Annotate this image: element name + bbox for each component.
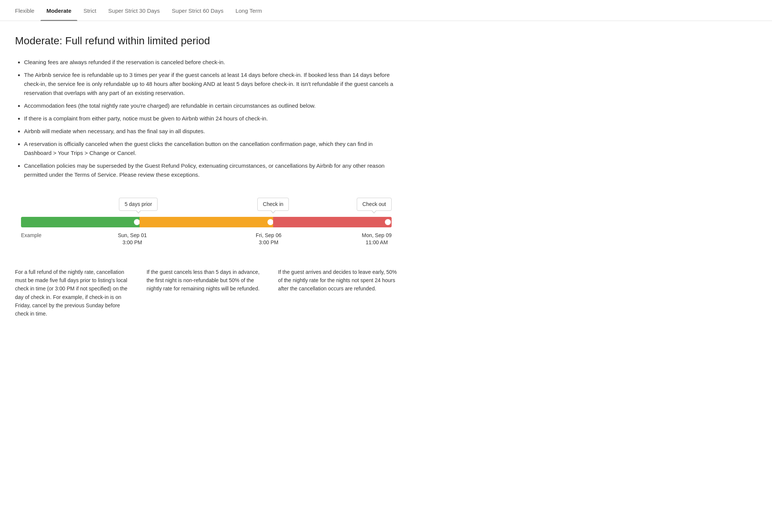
page-title: Moderate: Full refund within limited per… — [15, 33, 398, 49]
tab-long-term[interactable]: Long Term — [230, 0, 268, 21]
list-item: If there is a complaint from either part… — [24, 114, 398, 123]
dot-checkin — [267, 219, 273, 225]
main-content: Moderate: Full refund within limited per… — [0, 21, 413, 336]
list-item: Cleaning fees are always refunded if the… — [24, 58, 398, 67]
list-item: Accommodation fees (the total nightly ra… — [24, 101, 398, 110]
timeline-bar — [21, 217, 392, 227]
desc-col-1: For a full refund of the nightly rate, c… — [15, 268, 135, 318]
list-item: Cancellation policies may be superseded … — [24, 161, 398, 179]
bar-green — [21, 217, 140, 227]
desc-col-2: If the guest cancels less than 5 days in… — [147, 268, 266, 318]
list-item: Airbnb will mediate when necessary, and … — [24, 127, 398, 136]
dot-checkout — [385, 219, 391, 225]
date-checkout: Mon, Sep 09 11:00 AM — [362, 232, 392, 246]
list-item: The Airbnb service fee is refundable up … — [24, 71, 398, 98]
dot-5days — [134, 219, 140, 225]
bullet-list: Cleaning fees are always refunded if the… — [15, 58, 398, 179]
tab-flexible[interactable]: Flexible — [9, 0, 41, 21]
list-item: A reservation is officially canceled whe… — [24, 140, 398, 158]
timeline-labels: 5 days prior Check in Check out — [21, 191, 392, 214]
label-checkin: Check in — [257, 198, 289, 211]
tab-super-strict-60[interactable]: Super Strict 60 Days — [166, 0, 230, 21]
descriptions: For a full refund of the nightly rate, c… — [15, 268, 398, 318]
bar-yellow — [140, 217, 273, 227]
tab-moderate[interactable]: Moderate — [41, 0, 78, 21]
example-label: Example — [21, 232, 41, 239]
label-checkout: Check out — [357, 198, 392, 211]
date-5days: Sun, Sep 01 3:00 PM — [118, 232, 147, 246]
label-5days: 5 days prior — [119, 198, 158, 211]
tab-strict[interactable]: Strict — [77, 0, 102, 21]
bar-red — [273, 217, 392, 227]
desc-col-3: If the guest arrives and decides to leav… — [278, 268, 398, 318]
timeline-dates: Example Sun, Sep 01 3:00 PM Fri, Sep 06 … — [21, 232, 392, 253]
timeline-section: 5 days prior Check in Check out Example … — [15, 191, 398, 253]
tabs-nav: FlexibleModerateStrictSuper Strict 30 Da… — [0, 0, 772, 21]
tab-super-strict-30[interactable]: Super Strict 30 Days — [102, 0, 166, 21]
date-checkin: Fri, Sep 06 3:00 PM — [256, 232, 281, 246]
